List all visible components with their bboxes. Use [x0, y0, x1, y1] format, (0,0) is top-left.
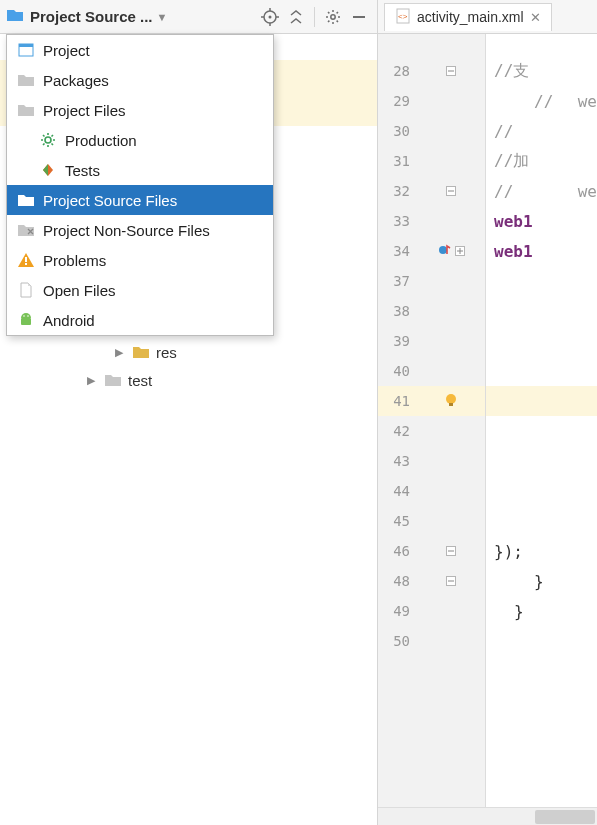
code-row[interactable]: } — [486, 596, 597, 626]
code-row[interactable] — [486, 326, 597, 356]
gutter-row[interactable]: 30 — [378, 116, 485, 146]
folder-x-icon — [17, 221, 35, 239]
line-number: 39 — [378, 333, 416, 349]
expand-arrow-icon[interactable]: ▶ — [112, 346, 126, 359]
tree-row-test[interactable]: ▶ test — [0, 366, 377, 394]
gutter-row[interactable]: 49 — [378, 596, 485, 626]
code-text: // — [494, 122, 513, 141]
dropdown-item[interactable]: Project Source Files — [7, 185, 273, 215]
code-row[interactable]: //we — [486, 176, 597, 206]
collapse-all-icon[interactable] — [284, 5, 308, 29]
code-row[interactable]: } — [486, 566, 597, 596]
locate-icon[interactable] — [258, 5, 282, 29]
svg-rect-9 — [19, 44, 33, 47]
settings-gear-icon[interactable] — [321, 5, 345, 29]
gutter-row[interactable]: 37 — [378, 266, 485, 296]
gutter-row[interactable]: 38 — [378, 296, 485, 326]
code-row[interactable]: //we — [486, 86, 597, 116]
close-icon[interactable]: ✕ — [530, 10, 541, 25]
project-view-selector[interactable]: Project Source ... — [30, 8, 153, 25]
editor-tab[interactable]: <> activity_main.xml ✕ — [384, 3, 552, 31]
svg-rect-7 — [353, 16, 365, 18]
gutter-row[interactable]: 28 — [378, 56, 485, 86]
dropdown-item-label: Tests — [65, 162, 100, 179]
fold-minus-icon[interactable] — [446, 183, 456, 199]
gutter-row[interactable]: 33 — [378, 206, 485, 236]
gutter-row[interactable]: 48 — [378, 566, 485, 596]
dropdown-arrow-icon[interactable]: ▼ — [157, 11, 168, 23]
code-row[interactable] — [486, 356, 597, 386]
gutter-row[interactable]: 29 — [378, 86, 485, 116]
gutter-row[interactable]: 44 — [378, 476, 485, 506]
expand-arrow-icon[interactable]: ▶ — [84, 374, 98, 387]
gutter-row[interactable]: 32 — [378, 176, 485, 206]
gutter-row[interactable]: 40 — [378, 356, 485, 386]
code-row[interactable]: web1 — [486, 236, 597, 266]
dropdown-item-label: Project — [43, 42, 90, 59]
code-row[interactable]: // — [486, 116, 597, 146]
code-row[interactable]: }); — [486, 536, 597, 566]
code-row[interactable] — [486, 296, 597, 326]
code-row[interactable] — [486, 626, 597, 656]
line-number: 45 — [378, 513, 416, 529]
gutter-row[interactable]: 43 — [378, 446, 485, 476]
code-text-extra: we — [578, 182, 597, 201]
code-text: // — [494, 182, 578, 201]
gutter-row[interactable]: 41 — [378, 386, 485, 416]
hide-tool-window-icon[interactable] — [347, 5, 371, 29]
breakpoint-icon[interactable] — [437, 243, 451, 260]
scrollbar-thumb[interactable] — [535, 810, 595, 824]
gutter-row[interactable]: 31 — [378, 146, 485, 176]
bulb-icon[interactable] — [443, 392, 459, 411]
code-row[interactable]: web1 — [486, 206, 597, 236]
dropdown-item[interactable]: Project Files — [7, 95, 273, 125]
gutter-marks — [416, 63, 485, 79]
horizontal-scrollbar[interactable] — [378, 807, 597, 825]
line-number: 37 — [378, 273, 416, 289]
dropdown-item[interactable]: Open Files — [7, 275, 273, 305]
dropdown-item[interactable]: Project — [7, 35, 273, 65]
code-row[interactable]: //加 — [486, 146, 597, 176]
view-mode-dropdown[interactable]: ProjectPackagesProject FilesProductionTe… — [6, 34, 274, 336]
editor-tabs: <> activity_main.xml ✕ — [378, 0, 597, 34]
line-number: 30 — [378, 123, 416, 139]
dropdown-item[interactable]: Problems — [7, 245, 273, 275]
code-text: // — [534, 92, 578, 111]
toolbar-separator — [314, 7, 315, 27]
gutter-row[interactable]: 39 — [378, 326, 485, 356]
code-text: } — [534, 572, 544, 591]
code-row[interactable]: //支 — [486, 56, 597, 86]
dropdown-item[interactable]: Packages — [7, 65, 273, 95]
gutter-marks — [416, 243, 485, 260]
tree-row-res[interactable]: ▶ res — [0, 338, 377, 366]
fold-plus-icon[interactable] — [455, 243, 465, 259]
dropdown-item[interactable]: Production — [7, 125, 273, 155]
dropdown-item[interactable]: Project Non-Source Files — [7, 215, 273, 245]
editor-code[interactable]: //支//we////加//weweb1web1});}} — [486, 34, 597, 825]
xml-file-icon: <> — [395, 8, 411, 27]
gutter-row[interactable]: 34 — [378, 236, 485, 266]
fold-minus-icon[interactable] — [446, 573, 456, 589]
code-row[interactable] — [486, 386, 597, 416]
svg-rect-30 — [449, 403, 453, 406]
line-number: 43 — [378, 453, 416, 469]
dropdown-item[interactable]: Android — [7, 305, 273, 335]
code-row[interactable] — [486, 446, 597, 476]
gutter-row[interactable]: 42 — [378, 416, 485, 446]
code-row[interactable] — [486, 266, 597, 296]
gutter-row[interactable]: 45 — [378, 506, 485, 536]
fold-minus-icon[interactable] — [446, 63, 456, 79]
svg-point-6 — [331, 14, 335, 18]
editor-gutter[interactable]: 2829303132333437383940414243444546484950 — [378, 34, 486, 825]
code-row[interactable] — [486, 476, 597, 506]
svg-point-10 — [45, 137, 51, 143]
fold-minus-icon[interactable] — [446, 543, 456, 559]
gutter-row[interactable]: 50 — [378, 626, 485, 656]
dropdown-item[interactable]: Tests — [7, 155, 273, 185]
code-row[interactable] — [486, 416, 597, 446]
project-icon — [17, 41, 35, 59]
svg-text:<>: <> — [398, 12, 408, 21]
line-number: 28 — [378, 63, 416, 79]
gutter-row[interactable]: 46 — [378, 536, 485, 566]
code-row[interactable] — [486, 506, 597, 536]
